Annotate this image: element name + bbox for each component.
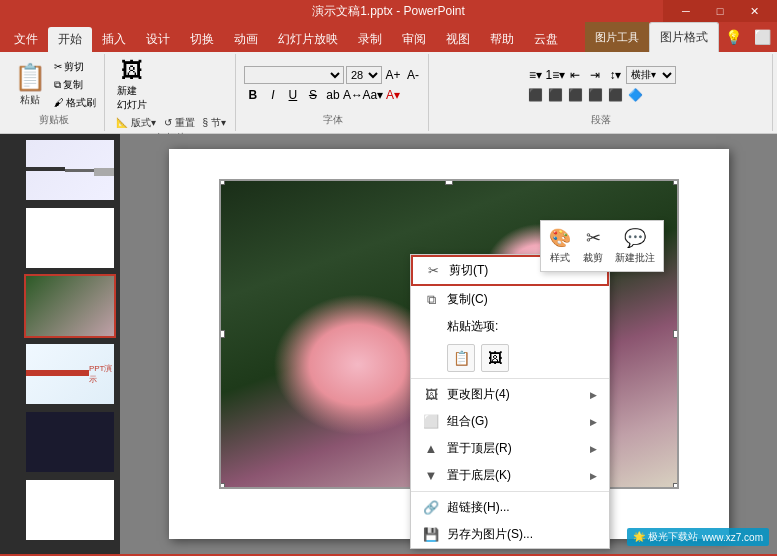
context-bring-front[interactable]: ▲ 置于顶层(R) (411, 435, 609, 462)
paste-icon: 📋 (14, 62, 46, 93)
line-spacing-button[interactable]: ↕▾ (606, 66, 624, 84)
tab-cloud[interactable]: 云盘 (524, 27, 568, 52)
slide-thumbnail-2[interactable] (24, 206, 116, 270)
format-painter-button[interactable]: 🖌 格式刷 (52, 95, 98, 111)
font-family-select[interactable] (244, 66, 344, 84)
align-center-button[interactable]: ⬛ (546, 86, 564, 104)
hyperlink-icon: 🔗 (423, 500, 439, 515)
tab-review[interactable]: 审阅 (392, 27, 436, 52)
font-decrease-button[interactable]: A- (404, 66, 422, 84)
thumb-content-3 (26, 276, 114, 336)
tab-help[interactable]: 帮助 (480, 27, 524, 52)
smart-art-button[interactable]: 🔷 (626, 86, 644, 104)
align-right-button[interactable]: ⬛ (566, 86, 584, 104)
slide-thumbnail-6[interactable] (24, 478, 116, 542)
decrease-indent-button[interactable]: ⇤ (566, 66, 584, 84)
ribbon-tabs: 文件 开始 插入 设计 切换 动画 幻灯片放映 录制 审阅 视图 帮助 云盘 图… (0, 22, 777, 52)
section-button[interactable]: § 节▾ (200, 115, 229, 131)
copy-menu-icon: ⧉ (423, 292, 439, 308)
handle-ml[interactable] (219, 330, 225, 338)
bullets-button[interactable]: ≡▾ (526, 66, 544, 84)
quick-actions-bar: 🎨 样式 ✂ 裁剪 💬 新建批注 (540, 220, 664, 272)
style-quick-button[interactable]: 🎨 样式 (549, 227, 571, 265)
save-picture-label: 另存为图片(S)... (447, 526, 597, 543)
slide-thumbnail-5[interactable] (24, 410, 116, 474)
paragraph-label: 段落 (591, 113, 611, 129)
shadow-button[interactable]: ab (324, 86, 342, 104)
expand-icon[interactable]: ⬜ (748, 22, 777, 52)
underline-button[interactable]: U (284, 86, 302, 104)
increase-indent-button[interactable]: ⇥ (586, 66, 604, 84)
numbering-button[interactable]: 1≡▾ (546, 66, 564, 84)
minimize-button[interactable]: ─ (671, 0, 701, 22)
justify-button[interactable]: ⬛ (586, 86, 604, 104)
send-back-icon: ▼ (423, 468, 439, 483)
group-icon: ⬜ (423, 414, 439, 429)
tab-file[interactable]: 文件 (4, 27, 48, 52)
reset-button[interactable]: ↺ 重置 (161, 115, 198, 131)
watermark: 🌟 极光下载站 www.xz7.com (627, 528, 769, 546)
context-copy[interactable]: ⧉ 复制(C) (411, 286, 609, 313)
restore-button[interactable]: □ (705, 0, 735, 22)
new-slide-label: 新建幻灯片 (117, 84, 147, 112)
tab-transition[interactable]: 切换 (180, 27, 224, 52)
context-change-picture[interactable]: 🖼 更改图片(4) (411, 381, 609, 408)
font-size-select[interactable]: 28 (346, 66, 382, 84)
paste-keep-format-button[interactable]: 📋 (447, 344, 475, 372)
italic-button[interactable]: I (264, 86, 282, 104)
change-case-button[interactable]: Aa▾ (364, 86, 382, 104)
tab-slideshow[interactable]: 幻灯片放映 (268, 27, 348, 52)
char-spacing-button[interactable]: A↔ (344, 86, 362, 104)
handle-br[interactable] (673, 483, 679, 489)
canvas-area: ⚙ 🎨 样式 ✂ 裁剪 💬 新建批注 ✂ 剪切(T) (120, 134, 777, 554)
list-item: 4 ★ PPT演示 (4, 342, 116, 406)
columns-button[interactable]: ⬛ (606, 86, 624, 104)
context-hyperlink[interactable]: 🔗 超链接(H)... (411, 494, 609, 521)
text-direction-select[interactable]: 横排▾ (626, 66, 676, 84)
paste-picture-button[interactable]: 🖼 (481, 344, 509, 372)
slide-thumbnail-1[interactable] (24, 138, 116, 202)
font-increase-button[interactable]: A+ (384, 66, 402, 84)
font-color-button[interactable]: A▾ (384, 86, 402, 104)
cut-icon: ✂ (54, 61, 62, 72)
crop-quick-button[interactable]: ✂ 裁剪 (583, 227, 603, 265)
slide-thumbnail-4[interactable]: PPT演示 (24, 342, 116, 406)
separator-2 (411, 491, 609, 492)
close-button[interactable]: ✕ (739, 0, 769, 22)
handle-tm[interactable] (445, 179, 453, 185)
list-item: 5 (4, 410, 116, 474)
align-left-button[interactable]: ⬛ (526, 86, 544, 104)
handle-tl[interactable] (219, 179, 225, 185)
lightbulb-icon[interactable]: 💡 (719, 22, 748, 52)
tab-picture-format[interactable]: 图片格式 (649, 22, 719, 52)
context-save-picture[interactable]: 💾 另存为图片(S)... (411, 521, 609, 548)
tab-view[interactable]: 视图 (436, 27, 480, 52)
handle-bl[interactable] (219, 483, 225, 489)
layout-button[interactable]: 📐 版式▾ (113, 115, 159, 131)
slide-controls: 📐 版式▾ ↺ 重置 § 节▾ (113, 115, 229, 131)
comment-quick-button[interactable]: 💬 新建批注 (615, 227, 655, 265)
save-picture-icon: 💾 (423, 527, 439, 542)
paragraph-content: ≡▾ 1≡▾ ⇤ ⇥ ↕▾ 横排▾ ⬛ ⬛ ⬛ ⬛ ⬛ (526, 56, 676, 113)
copy-button[interactable]: ⧉ 复制 (52, 77, 98, 93)
tab-record[interactable]: 录制 (348, 27, 392, 52)
font-label: 字体 (323, 113, 343, 129)
tab-insert[interactable]: 插入 (92, 27, 136, 52)
tab-design[interactable]: 设计 (136, 27, 180, 52)
paste-button[interactable]: 📋 粘贴 (10, 60, 50, 109)
context-group[interactable]: ⬜ 组合(G) (411, 408, 609, 435)
cut-button[interactable]: ✂ 剪切 (52, 59, 98, 75)
context-send-back[interactable]: ▼ 置于底层(K) (411, 462, 609, 489)
cut-menu-icon: ✂ (425, 263, 441, 278)
handle-tr[interactable] (673, 179, 679, 185)
picture-tools-label: 图片工具 (585, 22, 649, 52)
bold-button[interactable]: B (244, 86, 262, 104)
strikethrough-button[interactable]: S (304, 86, 322, 104)
new-slide-button[interactable]: 🖼 新建幻灯片 (113, 56, 151, 114)
tab-animation[interactable]: 动画 (224, 27, 268, 52)
slide-thumbnail-3[interactable] (24, 274, 116, 338)
tab-home[interactable]: 开始 (48, 27, 92, 52)
handle-mr[interactable] (673, 330, 679, 338)
comment-icon: 💬 (624, 227, 646, 249)
paste-label: 粘贴 (20, 93, 40, 107)
